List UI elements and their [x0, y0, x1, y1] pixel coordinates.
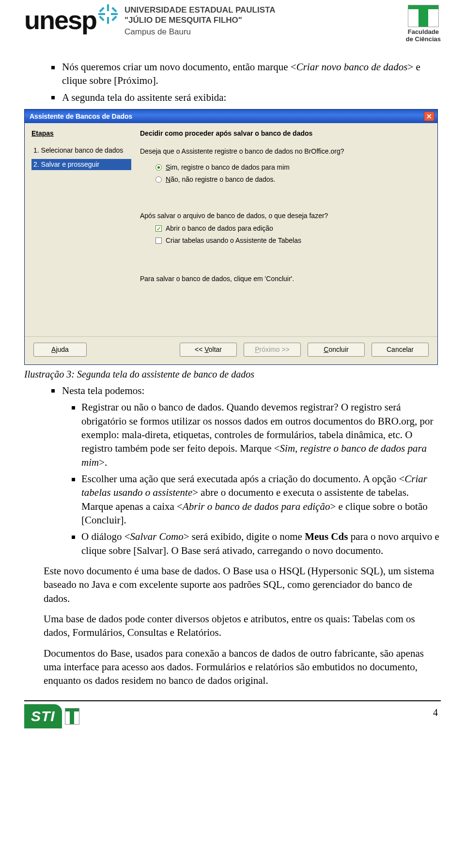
page-footer: STI 4	[24, 700, 441, 728]
university-campus: Campus de Bauru	[124, 27, 406, 37]
paragraph: Documentos do Base, usados para conexão …	[24, 647, 441, 688]
wizard-main-panel: Decidir como proceder após salvar o banc…	[136, 123, 437, 336]
wizard-question-1: Deseja que o Assistente registre o banco…	[140, 147, 429, 156]
close-icon[interactable]: ✕	[424, 111, 434, 121]
wizard-main-heading: Decidir como proceder após salvar o banc…	[140, 129, 429, 138]
unesp-star-icon	[98, 4, 118, 24]
svg-rect-2	[98, 13, 105, 15]
faculdade-label-1: Faculdade	[408, 28, 439, 35]
wizard-titlebar: Assistente de Bancos de Dados ✕	[25, 110, 437, 123]
back-button[interactable]: << Voltar	[180, 343, 237, 357]
checkbox-unchecked-icon: ✓	[155, 237, 162, 244]
svg-rect-5	[111, 7, 117, 12]
wizard-step-1[interactable]: 1. Selecionar banco de dados	[31, 145, 131, 156]
wizard-question-2: Após salvar o arquivo de banco de dados,…	[140, 211, 429, 221]
svg-rect-3	[111, 13, 118, 15]
faculdade-label-2: de Ciências	[406, 35, 441, 43]
paragraph: Este novo documento é uma base de dados.…	[24, 564, 441, 605]
faculdade-icon	[408, 5, 439, 27]
wizard-steps-panel: Etapas 1. Selecionar banco de dados 2. S…	[25, 123, 136, 336]
checkbox-create-tables[interactable]: ✓ Criar tabelas usando o Assistente de T…	[155, 236, 429, 245]
sub-bullet-item: Registrar ou não o banco de dados. Quand…	[81, 400, 441, 469]
sub-bullet-item: Escolher uma ação que será executada apó…	[81, 472, 441, 527]
svg-rect-0	[107, 4, 109, 11]
checkbox-checked-icon: ✓	[155, 225, 162, 232]
checkbox-open-edit[interactable]: ✓ Abrir o banco de dados para edição	[155, 224, 429, 233]
radio-register-no[interactable]: Não, não registre o banco de dados.	[155, 175, 429, 184]
next-button: Próximo >>	[244, 343, 301, 357]
cancel-button[interactable]: Cancelar	[372, 343, 429, 357]
radio-selected-icon	[155, 164, 162, 171]
wizard-save-hint: Para salvar o banco de dados, clique em …	[140, 274, 429, 284]
university-line2: "JÚLIO DE MESQUITA FILHO"	[124, 15, 406, 25]
sti-logo: STI	[24, 704, 79, 728]
illustration-caption: Ilustração 3: Segunda tela do assistente…	[24, 368, 441, 381]
paragraph: Uma base de dados pode conter diversos o…	[24, 612, 441, 640]
page-number: 4	[433, 704, 441, 718]
sti-mini-icon	[65, 708, 79, 725]
bullet-item: Nesta tela podemos:	[62, 384, 441, 397]
radio-unselected-icon	[155, 176, 162, 183]
wizard-dialog: Assistente de Bancos de Dados ✕ Etapas 1…	[24, 109, 438, 365]
faculdade-logo: Faculdade de Ciências	[406, 5, 441, 43]
svg-rect-6	[99, 16, 104, 21]
svg-rect-4	[99, 7, 104, 12]
university-line1: UNIVERSIDADE ESTADUAL PAULISTA	[124, 5, 406, 15]
page-header: unesp UNIVERSIDADE ESTADUAL PAULISTA "JÚ…	[24, 0, 441, 57]
finish-button[interactable]: Concluir	[308, 343, 365, 357]
unesp-wordmark: unesp	[24, 5, 96, 35]
sti-wordmark: STI	[24, 704, 62, 728]
svg-rect-1	[107, 17, 109, 24]
wizard-button-row: Ajuda << Voltar Próximo >> Concluir Canc…	[25, 336, 437, 364]
wizard-title-text: Assistente de Bancos de Dados	[30, 112, 132, 121]
help-button[interactable]: Ajuda	[33, 343, 87, 357]
university-name-block: UNIVERSIDADE ESTADUAL PAULISTA "JÚLIO DE…	[118, 5, 406, 37]
steps-heading: Etapas	[31, 129, 131, 138]
radio-register-yes[interactable]: Sim, registre o banco de dados para mim	[155, 163, 429, 172]
bullet-item: A segunda tela do assitente será exibida…	[62, 91, 441, 104]
svg-rect-7	[111, 16, 117, 21]
wizard-step-2[interactable]: 2. Salvar e prosseguir	[31, 159, 131, 170]
document-body: Nós queremos criar um novo documento, en…	[24, 60, 441, 688]
sub-bullet-item: O diálogo <Salvar Como> será exibido, di…	[81, 530, 441, 557]
unesp-logo: unesp	[24, 5, 118, 35]
bullet-item: Nós queremos criar um novo documento, en…	[62, 60, 441, 88]
